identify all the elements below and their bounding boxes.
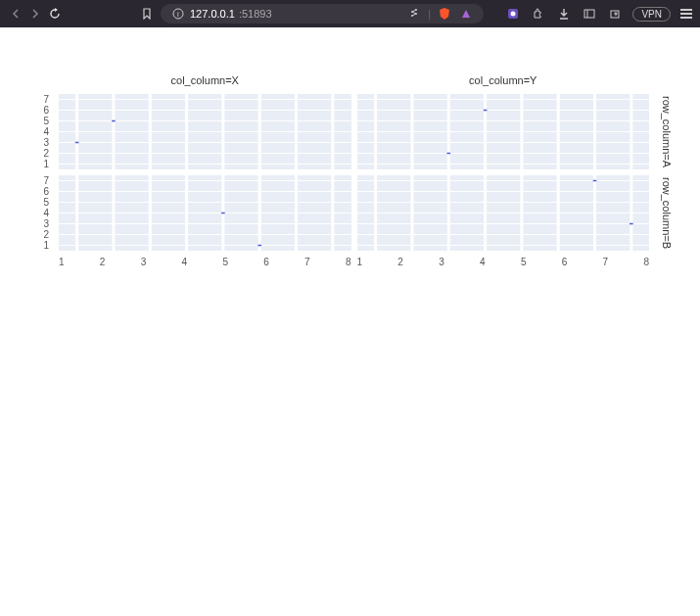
- svg-point-2: [411, 11, 413, 13]
- site-info-icon[interactable]: i: [170, 6, 186, 22]
- x-axis-right: 12345678: [357, 257, 650, 274]
- y-tick-label: 4: [27, 208, 49, 218]
- extensions-puzzle-icon[interactable]: [531, 6, 546, 22]
- data-point: [75, 142, 79, 144]
- x-tick-label: 2: [100, 257, 106, 274]
- y-tick-label: 3: [27, 137, 49, 148]
- back-button[interactable]: [8, 6, 23, 22]
- y-tick-label: 7: [27, 94, 49, 105]
- y-axis-bottom: 1234567: [27, 175, 53, 251]
- chart-panel-yb: [357, 175, 650, 251]
- facet-col-title-y: col_column=Y: [357, 74, 650, 88]
- x-tick-label: 3: [439, 257, 444, 274]
- bookmark-icon[interactable]: [139, 6, 155, 22]
- facet-col-title-x: col_column=X: [59, 74, 351, 88]
- data-point: [483, 110, 487, 112]
- y-tick-label: 2: [27, 229, 49, 240]
- x-tick-label: 1: [357, 257, 363, 274]
- svg-point-7: [511, 12, 516, 17]
- y-tick-label: 6: [27, 186, 49, 197]
- chart-panel-xa: [59, 94, 351, 169]
- x-tick-label: 6: [263, 257, 269, 274]
- x-tick-label: 5: [521, 257, 527, 274]
- url-port: :51893: [239, 8, 272, 20]
- svg-point-3: [411, 15, 413, 17]
- y-tick-label: 5: [27, 197, 49, 208]
- brave-shield-icon[interactable]: [437, 6, 452, 22]
- chart-panel-ya: [357, 94, 650, 169]
- x-tick-label: 5: [222, 257, 228, 274]
- x-tick-label: 8: [346, 257, 351, 274]
- svg-rect-8: [584, 10, 594, 18]
- facet-row-title-a: row_column=A: [655, 94, 673, 169]
- menu-button[interactable]: [680, 9, 692, 19]
- forward-button[interactable]: [27, 6, 43, 22]
- wallet-icon[interactable]: [458, 6, 474, 22]
- chart-panel-xb: [59, 175, 351, 251]
- x-axis-left: 12345678: [59, 257, 351, 274]
- x-tick-label: 6: [562, 257, 568, 274]
- y-tick-label: 1: [27, 240, 49, 251]
- y-tick-label: 7: [27, 175, 49, 186]
- y-tick-label: 2: [27, 148, 49, 159]
- x-tick-label: 3: [141, 257, 147, 274]
- data-point: [221, 213, 225, 214]
- svg-point-5: [415, 13, 417, 15]
- data-point: [592, 180, 596, 182]
- data-point: [630, 223, 633, 225]
- y-tick-label: 6: [27, 105, 49, 116]
- x-tick-label: 7: [603, 257, 609, 274]
- extension-icon[interactable]: [505, 6, 521, 22]
- x-tick-label: 4: [480, 257, 486, 274]
- svg-point-4: [415, 9, 417, 11]
- data-point: [112, 120, 116, 122]
- facet-row-title-b: row_column=B: [655, 175, 673, 251]
- download-icon[interactable]: [556, 6, 572, 22]
- share-icon[interactable]: [406, 6, 422, 22]
- data-point: [257, 245, 261, 247]
- browser-toolbar: i 127.0.0.1:51893 |: [0, 0, 700, 27]
- sidepanel-icon[interactable]: [582, 6, 597, 22]
- vpn-badge[interactable]: VPN: [632, 7, 671, 22]
- reload-button[interactable]: [47, 6, 63, 22]
- x-tick-label: 4: [182, 257, 188, 274]
- svg-text:i: i: [177, 10, 179, 19]
- x-tick-label: 2: [397, 257, 403, 274]
- y-tick-label: 4: [27, 126, 49, 137]
- faceted-scatter-chart: col_column=X col_column=Y 1234567 row_co…: [0, 27, 700, 294]
- newtab-icon[interactable]: [607, 6, 623, 22]
- y-tick-label: 3: [27, 218, 49, 229]
- y-tick-label: 1: [27, 159, 49, 169]
- x-tick-label: 7: [304, 257, 310, 274]
- url-host: 127.0.0.1: [190, 8, 235, 20]
- address-bar[interactable]: i 127.0.0.1:51893 |: [161, 4, 484, 24]
- y-tick-label: 5: [27, 116, 49, 126]
- x-tick-label: 8: [643, 257, 649, 274]
- x-tick-label: 1: [59, 257, 65, 274]
- y-axis-top: 1234567: [27, 94, 53, 169]
- data-point: [446, 153, 450, 155]
